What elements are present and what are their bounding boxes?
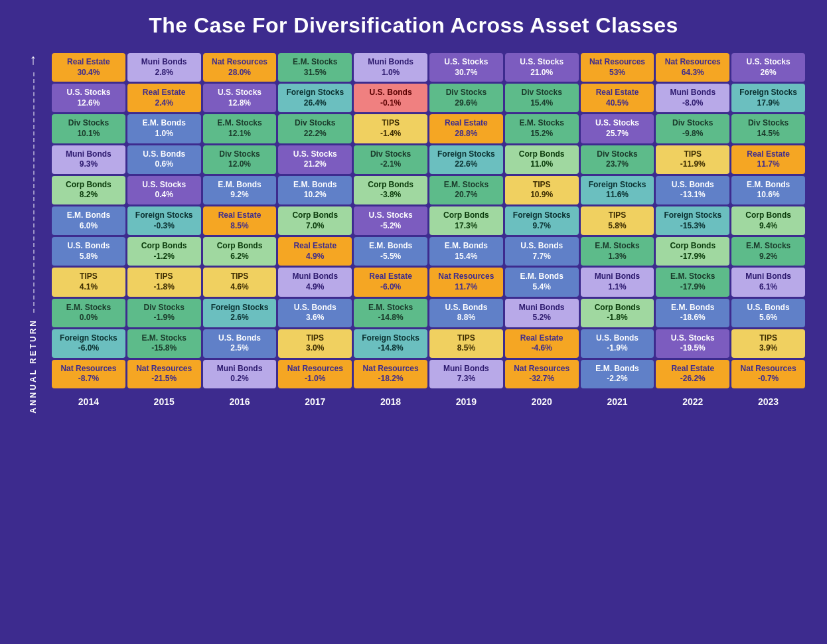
table-cell: U.S. Bonds-0.1% — [354, 84, 427, 112]
table-cell: Foreign Stocks-14.8% — [354, 329, 427, 358]
table-cell: U.S. Bonds8.8% — [429, 299, 503, 327]
table-cell: TIPS4.6% — [203, 268, 277, 296]
table-cell: Corp Bonds-1.8% — [581, 299, 654, 327]
table-cell: Div Stocks-9.8% — [656, 114, 729, 143]
asset-name: Muni Bonds — [432, 364, 500, 374]
asset-value: 30.7% — [432, 68, 500, 78]
table-cell: Muni Bonds2.8% — [127, 53, 201, 82]
chart-area: ↑ ANNUAL RETURN Real Estate30.4%Muni Bon… — [20, 51, 807, 414]
asset-value: -15.3% — [658, 221, 727, 232]
table-cell: Div Stocks22.2% — [278, 114, 352, 143]
asset-name: U.S. Stocks — [281, 149, 349, 160]
asset-name: Real Estate — [54, 57, 123, 68]
asset-name: U.S. Bonds — [508, 241, 576, 252]
asset-name: E.M. Stocks — [206, 118, 274, 129]
asset-name: TIPS — [54, 272, 123, 282]
asset-value: -1.2% — [130, 252, 198, 262]
asset-value: 15.4% — [432, 252, 500, 262]
table-cell: Nat Resources-8.7% — [52, 360, 125, 388]
table-cell: E.M. Bonds6.0% — [52, 206, 125, 235]
table-cell: Nat Resources64.3% — [656, 53, 729, 82]
y-axis-label: ANNUAL RETURN — [29, 319, 38, 414]
asset-value: -1.4% — [356, 129, 425, 139]
asset-value: 4.9% — [281, 252, 349, 262]
asset-name: Corp Bonds — [356, 180, 425, 191]
asset-name: Foreign Stocks — [583, 180, 652, 191]
asset-value: 17.9% — [734, 98, 802, 109]
asset-name: Real Estate — [281, 241, 349, 252]
table-cell: Real Estate-26.2% — [656, 360, 729, 388]
asset-name: Nat Resources — [432, 272, 500, 282]
asset-value: -1.8% — [583, 313, 652, 323]
asset-name: Foreign Stocks — [432, 149, 500, 160]
table-cell: Corp Bonds-3.8% — [354, 176, 427, 204]
asset-name: E.M. Stocks — [281, 57, 349, 68]
table-cell: Muni Bonds0.2% — [203, 360, 277, 388]
asset-value: 53% — [583, 68, 652, 78]
asset-value: 7.0% — [281, 221, 349, 232]
asset-value: 23.7% — [583, 159, 652, 170]
asset-value: 11.7% — [734, 159, 802, 170]
table-cell: Div Stocks12.0% — [203, 145, 277, 174]
asset-value: 40.5% — [583, 98, 652, 109]
asset-value: -5.5% — [356, 252, 425, 262]
table-cell: U.S. Bonds5.6% — [731, 299, 805, 327]
asset-value: 22.2% — [281, 129, 349, 139]
asset-value: 2.5% — [206, 343, 274, 354]
asset-name: E.M. Bonds — [206, 180, 274, 191]
asset-value: 5.8% — [583, 221, 652, 232]
asset-name: Real Estate — [206, 210, 274, 221]
asset-name: Foreign Stocks — [54, 333, 123, 344]
table-cell: E.M. Bonds10.6% — [731, 176, 805, 204]
y-axis: ↑ ANNUAL RETURN — [20, 51, 46, 414]
asset-value: -4.6% — [508, 343, 576, 354]
table-cell: U.S. Stocks-5.2% — [354, 206, 427, 235]
asset-value: 6.1% — [734, 282, 802, 293]
table-cell: Foreign Stocks-6.0% — [52, 329, 125, 358]
table-cell: Div Stocks10.1% — [52, 114, 125, 143]
asset-name: U.S. Bonds — [432, 303, 500, 313]
asset-name: Real Estate — [658, 364, 727, 374]
table-cell: U.S. Stocks21.0% — [505, 53, 579, 82]
table-cell: E.M. Stocks0.0% — [52, 299, 125, 327]
asset-value: 4.9% — [281, 282, 349, 293]
asset-value: 5.2% — [508, 313, 576, 323]
asset-name: Corp Bonds — [658, 241, 727, 252]
table-cell: E.M. Bonds9.2% — [203, 176, 277, 204]
table-cell: Div Stocks29.6% — [429, 84, 503, 112]
asset-value: 2.6% — [206, 313, 274, 323]
asset-name: Muni Bonds — [206, 364, 274, 374]
asset-name: E.M. Stocks — [54, 303, 123, 313]
table-cell: Corp Bonds-17.9% — [656, 237, 729, 266]
table-cell: Muni Bonds6.1% — [731, 268, 805, 296]
asset-name: Nat Resources — [54, 364, 123, 374]
table-cell: U.S. Bonds7.7% — [505, 237, 579, 266]
asset-name: E.M. Bonds — [54, 210, 123, 221]
asset-name: Nat Resources — [206, 57, 274, 68]
table-cell: E.M. Bonds1.0% — [127, 114, 201, 143]
asset-value: 26% — [734, 68, 802, 78]
data-table: Real Estate30.4%Muni Bonds2.8%Nat Resour… — [50, 51, 807, 414]
table-cell: U.S. Bonds5.8% — [52, 237, 125, 266]
asset-value: 31.5% — [281, 68, 349, 78]
asset-name: U.S. Bonds — [356, 88, 425, 98]
asset-value: 11.6% — [583, 190, 652, 201]
asset-name: Muni Bonds — [356, 57, 425, 68]
asset-value: 7.3% — [432, 374, 500, 384]
asset-value: 3.0% — [281, 343, 349, 354]
asset-value: -17.9% — [658, 282, 727, 293]
asset-name: U.S. Bonds — [206, 333, 274, 344]
asset-name: Foreign Stocks — [206, 303, 274, 313]
asset-name: Nat Resources — [583, 57, 652, 68]
table-cell: Div Stocks-2.1% — [354, 145, 427, 174]
asset-value: -0.3% — [130, 221, 198, 232]
asset-value: 10.2% — [281, 190, 349, 201]
asset-value: 5.4% — [508, 282, 576, 293]
asset-value: 25.7% — [583, 129, 652, 139]
asset-value: 5.6% — [734, 313, 802, 323]
asset-value: 29.6% — [432, 98, 500, 109]
dashed-line — [33, 72, 35, 313]
table-cell: Div Stocks15.4% — [505, 84, 579, 112]
asset-name: Foreign Stocks — [281, 88, 349, 98]
table-cell: Nat Resources-18.2% — [354, 360, 427, 388]
